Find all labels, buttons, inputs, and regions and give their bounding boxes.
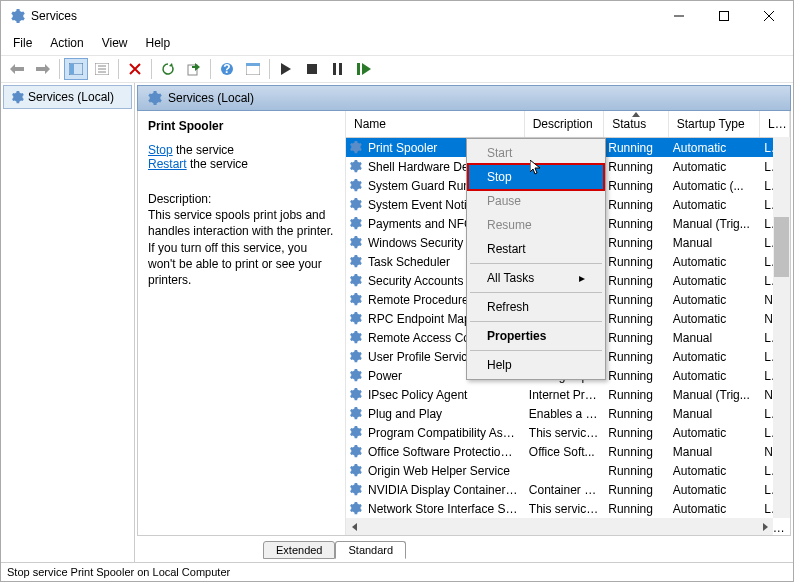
vertical-scrollbar[interactable] — [773, 137, 790, 518]
nav-services-local[interactable]: Services (Local) — [3, 85, 132, 109]
desc-label: Description: — [148, 191, 335, 207]
gear-icon — [348, 178, 364, 194]
ctx-all-tasks[interactable]: All Tasks▸ — [469, 266, 603, 290]
titlebar: Services — [1, 1, 793, 31]
table-row[interactable]: IPsec Policy Agent Internet Pro... Runni… — [346, 385, 790, 404]
gear-icon — [348, 235, 364, 251]
menu-view[interactable]: View — [94, 33, 136, 53]
ctx-help[interactable]: Help — [469, 353, 603, 377]
svg-rect-0 — [719, 12, 728, 21]
maximize-button[interactable] — [701, 1, 746, 31]
delete-button[interactable] — [123, 58, 147, 80]
cell-name: NVIDIA Display Container LS — [364, 483, 525, 497]
gear-icon — [348, 140, 364, 156]
table-row[interactable]: Origin Web Helper Service Running Automa… — [346, 461, 790, 480]
help-button[interactable]: ? — [215, 58, 239, 80]
window-title: Services — [31, 9, 656, 23]
table-row[interactable]: Program Compatibility Assi... This servi… — [346, 423, 790, 442]
gear-icon — [348, 444, 364, 460]
gear-icon — [348, 216, 364, 232]
cell-status: Running — [604, 426, 669, 440]
submenu-arrow-icon: ▸ — [579, 271, 585, 285]
cell-startup: Automatic (... — [669, 179, 760, 193]
gear-icon — [348, 254, 364, 270]
cell-status: Running — [604, 236, 669, 250]
start-service-button[interactable] — [274, 58, 298, 80]
nav-item-label: Services (Local) — [28, 90, 114, 104]
cell-startup: Automatic — [669, 312, 760, 326]
cell-startup: Manual — [669, 445, 760, 459]
svg-rect-13 — [333, 63, 336, 75]
col-description[interactable]: Description — [525, 111, 604, 137]
new-window-button[interactable] — [241, 58, 265, 80]
restart-service-button[interactable] — [352, 58, 376, 80]
context-menu: Start Stop Pause Resume Restart All Task… — [466, 138, 606, 380]
cell-status: Running — [604, 445, 669, 459]
menu-file[interactable]: File — [5, 33, 40, 53]
svg-rect-12 — [307, 64, 317, 74]
cell-startup: Manual — [669, 236, 760, 250]
cell-startup: Automatic — [669, 483, 760, 497]
ctx-properties[interactable]: Properties — [469, 324, 603, 348]
nav-pane: Services (Local) — [1, 83, 135, 562]
cell-status: Running — [604, 198, 669, 212]
cell-desc: Enables a c... — [525, 407, 604, 421]
cell-status: Running — [604, 179, 669, 193]
tab-extended[interactable]: Extended — [263, 541, 335, 559]
cell-startup: Manual — [669, 331, 760, 345]
col-startup-type[interactable]: Startup Type — [669, 111, 760, 137]
menu-action[interactable]: Action — [42, 33, 91, 53]
tab-standard[interactable]: Standard — [335, 541, 406, 559]
cell-startup: Automatic — [669, 293, 760, 307]
col-status[interactable]: Status — [604, 111, 669, 137]
table-row[interactable]: NVIDIA Display Container LS Container s.… — [346, 480, 790, 499]
properties-button[interactable] — [90, 58, 114, 80]
gear-icon — [348, 197, 364, 213]
table-row[interactable]: Network Store Interface Ser... This serv… — [346, 499, 790, 518]
cell-name: Network Store Interface Ser... — [364, 502, 525, 516]
menubar: File Action View Help — [1, 31, 793, 55]
cell-startup: Automatic — [669, 198, 760, 212]
cell-startup: Automatic — [669, 369, 760, 383]
scroll-left-icon[interactable] — [346, 518, 363, 535]
horizontal-scrollbar[interactable] — [346, 518, 773, 535]
cell-startup: Automatic — [669, 160, 760, 174]
show-hide-tree-button[interactable] — [64, 58, 88, 80]
cell-desc: This service ... — [525, 426, 604, 440]
close-button[interactable] — [746, 1, 791, 31]
cell-status: Running — [604, 350, 669, 364]
gear-icon — [348, 311, 364, 327]
back-button[interactable] — [5, 58, 29, 80]
table-row[interactable]: Office Software Protection ... Office So… — [346, 442, 790, 461]
stop-service-button[interactable] — [300, 58, 324, 80]
export-button[interactable] — [182, 58, 206, 80]
cell-startup: Automatic — [669, 426, 760, 440]
content-header: Services (Local) — [137, 85, 791, 111]
table-row[interactable]: Plug and Play Enables a c... Running Man… — [346, 404, 790, 423]
cell-status: Running — [604, 293, 669, 307]
refresh-button[interactable] — [156, 58, 180, 80]
selected-service-title: Print Spooler — [148, 119, 335, 133]
ctx-stop[interactable]: Stop — [469, 165, 603, 189]
cell-startup: Automatic — [669, 141, 760, 155]
gear-icon — [146, 90, 162, 106]
stop-link[interactable]: Stop — [148, 143, 173, 157]
cell-status: Running — [604, 502, 669, 516]
services-list: Name Description Status Startup Type Log… — [346, 111, 790, 535]
minimize-button[interactable] — [656, 1, 701, 31]
forward-button[interactable] — [31, 58, 55, 80]
gear-icon — [348, 292, 364, 308]
col-name[interactable]: Name — [346, 111, 525, 137]
menu-help[interactable]: Help — [138, 33, 179, 53]
col-log-on-as[interactable]: Log — [760, 111, 790, 137]
restart-link[interactable]: Restart — [148, 157, 187, 171]
ctx-restart[interactable]: Restart — [469, 237, 603, 261]
cell-name: Program Compatibility Assi... — [364, 426, 525, 440]
toolbar: ? — [1, 55, 793, 83]
scroll-right-icon[interactable] — [756, 518, 773, 535]
gear-icon — [348, 425, 364, 441]
pause-service-button[interactable] — [326, 58, 350, 80]
content-header-title: Services (Local) — [168, 91, 254, 105]
ctx-refresh[interactable]: Refresh — [469, 295, 603, 319]
svg-rect-14 — [339, 63, 342, 75]
